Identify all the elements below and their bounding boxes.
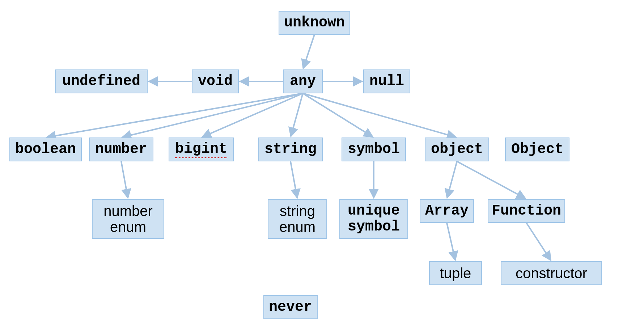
node-boolean: boolean	[9, 138, 82, 161]
node-label: symbol	[348, 141, 400, 157]
edge-string-to-string_enum	[291, 161, 297, 198]
node-bigint: bigint	[169, 138, 234, 161]
node-label: null	[369, 73, 404, 89]
node-array: Array	[420, 199, 474, 223]
node-label: Object	[511, 141, 563, 157]
edge-any-to-string	[291, 93, 303, 136]
node-number_enum: numberenum	[92, 199, 164, 239]
node-label: Array	[425, 203, 469, 219]
edge-function-to-constructor	[526, 223, 551, 260]
node-label: stringenum	[279, 203, 315, 235]
edge-object_lower-to-array	[447, 161, 457, 198]
edge-any-to-symbol	[303, 93, 373, 137]
node-unique_symbol: uniquesymbol	[339, 199, 408, 239]
edge-unknown-to-any	[303, 35, 314, 68]
node-label: any	[290, 73, 316, 89]
node-label: boolean	[15, 141, 76, 157]
node-label: void	[198, 73, 233, 89]
node-label: uniquesymbol	[348, 203, 400, 235]
node-object_lower: object	[425, 138, 489, 161]
node-label: constructor	[516, 265, 587, 281]
node-label: never	[269, 299, 312, 315]
node-function: Function	[488, 199, 565, 223]
edge-array-to-tuple	[447, 223, 455, 260]
node-label: bigint	[175, 141, 227, 158]
node-void: void	[192, 69, 239, 93]
node-undefined: undefined	[55, 69, 148, 93]
edge-any-to-number	[123, 93, 303, 137]
node-label: object	[431, 141, 483, 157]
node-label: string	[264, 141, 317, 157]
edge-any-to-bigint	[203, 93, 303, 137]
node-symbol: symbol	[342, 138, 406, 161]
edge-any-to-boolean	[47, 93, 303, 137]
node-label: tuple	[440, 265, 471, 281]
edge-object_lower-to-function	[457, 161, 525, 198]
node-label: numberenum	[103, 203, 153, 235]
node-tuple: tuple	[429, 261, 482, 285]
node-label: Function	[492, 203, 561, 219]
node-label: unknown	[284, 15, 345, 31]
node-string: string	[258, 138, 323, 161]
node-unknown: unknown	[279, 11, 350, 35]
node-any: any	[283, 69, 323, 93]
node-null: null	[363, 69, 410, 93]
node-number: number	[89, 138, 153, 161]
node-string_enum: stringenum	[268, 199, 327, 239]
node-never: never	[263, 295, 318, 319]
node-constructor: constructor	[501, 261, 602, 285]
edge-number-to-number_enum	[121, 161, 128, 198]
edge-any-to-object_lower	[303, 93, 456, 137]
node-label: number	[95, 141, 147, 157]
node-object_upper: Object	[505, 138, 569, 161]
node-label: undefined	[62, 73, 140, 89]
